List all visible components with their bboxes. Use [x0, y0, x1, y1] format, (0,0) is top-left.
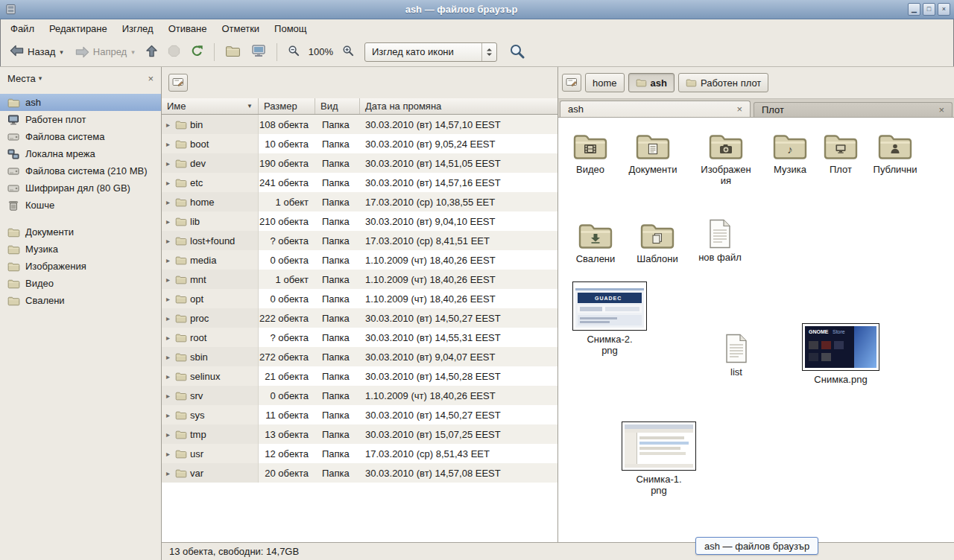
table-row[interactable]: ▸usr12 обектаПапка17.03.2010 (ср) 8,51,4…	[162, 444, 557, 463]
reload-button[interactable]	[186, 41, 208, 63]
table-row[interactable]: ▸boot10 обектаПапка30.03.2010 (вт) 9,05,…	[162, 134, 557, 153]
table-row[interactable]: ▸proc222 обектаПапка30.03.2010 (вт) 14,5…	[162, 308, 557, 328]
table-row[interactable]: ▸etc241 обектаПапка30.03.2010 (вт) 14,57…	[162, 173, 557, 192]
icon-item[interactable]: Документи	[617, 128, 689, 175]
computer-button[interactable]	[247, 40, 271, 63]
path-button[interactable]: ash	[628, 73, 675, 92]
icon-item[interactable]: Снимка-1. png	[623, 421, 695, 496]
zoom-in-button[interactable]	[338, 41, 358, 63]
table-row[interactable]: ▸lib210 обектаПапка30.03.2010 (вт) 9,04,…	[162, 211, 557, 231]
menu-item[interactable]: Изглед	[115, 20, 161, 37]
expander-icon[interactable]: ▸	[164, 450, 172, 458]
table-row[interactable]: ▸bin108 обектаПапка30.03.2010 (вт) 14,57…	[162, 115, 557, 134]
expander-icon[interactable]: ▸	[164, 121, 172, 129]
location-toggle-button[interactable]	[562, 74, 581, 92]
expander-icon[interactable]: ▸	[164, 140, 172, 148]
view-mode-select[interactable]: Изглед като икони	[364, 42, 497, 62]
expander-icon[interactable]: ▸	[164, 372, 172, 381]
expander-icon[interactable]: ▸	[164, 256, 172, 264]
expander-icon[interactable]: ▸	[164, 198, 172, 206]
expander-icon[interactable]: ▸	[164, 469, 172, 477]
sidebar-item[interactable]: Видео	[0, 275, 161, 292]
expander-icon[interactable]: ▸	[164, 334, 172, 342]
back-button[interactable]: Назад ▾	[4, 41, 69, 63]
table-row[interactable]: ▸root? обектаПапка30.03.2010 (вт) 14,55,…	[162, 328, 557, 347]
zoom-out-button[interactable]	[283, 41, 304, 63]
path-button[interactable]: home	[585, 73, 625, 92]
sidebar-close-button[interactable]: ×	[148, 73, 154, 84]
sidebar-item[interactable]: Файлова система (210 MB)	[0, 162, 161, 179]
stop-button[interactable]	[163, 41, 185, 63]
icon-item[interactable]: Публични	[859, 128, 931, 175]
titlebar[interactable]: ash — файлов браузър ▁ □ ×	[0, 0, 954, 19]
icon-item[interactable]: list	[701, 332, 772, 378]
expander-icon[interactable]: ▸	[164, 179, 172, 187]
menu-item[interactable]: Файл	[3, 20, 42, 37]
icon-item[interactable]: Видео	[558, 128, 626, 175]
icon-item[interactable]: Изображен ия	[690, 128, 762, 186]
expander-icon[interactable]: ▸	[164, 159, 172, 168]
menu-item[interactable]: Отиване	[161, 20, 215, 37]
sidebar-item[interactable]: ash	[0, 94, 161, 111]
location-toggle-button[interactable]	[168, 74, 188, 92]
minimize-button[interactable]: ▁	[908, 3, 920, 16]
sidebar-item[interactable]: Шифриран дял (80 GB)	[0, 179, 161, 197]
table-row[interactable]: ▸tmp13 обектаПапка30.03.2010 (вт) 15,07,…	[162, 424, 557, 444]
sidebar-item[interactable]: Музика	[0, 241, 161, 258]
table-row[interactable]: ▸sbin272 обектаПапка30.03.2010 (вт) 9,04…	[162, 347, 557, 366]
icon-item[interactable]: Шаблони	[622, 217, 693, 264]
tab[interactable]: ash×	[560, 101, 751, 117]
table-row[interactable]: ▸media0 обектаПапка1.10.2009 (чт) 18,40,…	[162, 250, 557, 270]
path-button[interactable]: Работен плот	[678, 73, 768, 92]
close-button[interactable]: ×	[938, 3, 950, 16]
up-button[interactable]	[142, 41, 162, 63]
sidebar-item[interactable]: Локална мрежа	[0, 145, 161, 162]
forward-button[interactable]: Напред ▾	[70, 42, 140, 62]
table-row[interactable]: ▸lost+found? обектаПапка17.03.2010 (ср) …	[162, 231, 557, 250]
table-row[interactable]: ▸opt0 обектаПапка1.10.2009 (чт) 18,40,26…	[162, 289, 557, 308]
expander-icon[interactable]: ▸	[164, 314, 172, 322]
tab[interactable]: Плот×	[754, 102, 953, 117]
column-header[interactable]: Име▼	[162, 98, 259, 114]
places-chevron-icon[interactable]: ▾	[39, 74, 42, 82]
search-button[interactable]	[505, 39, 529, 65]
tab-close-icon[interactable]: ×	[730, 104, 742, 115]
expander-icon[interactable]: ▸	[164, 411, 172, 419]
column-header[interactable]: Дата на промяна	[360, 98, 557, 114]
expander-icon[interactable]: ▸	[164, 217, 172, 226]
icon-view[interactable]: ВидеоДокументиИзображен ия♪МузикаПлотПуб…	[558, 118, 954, 542]
expander-icon[interactable]: ▸	[164, 237, 172, 245]
expander-icon[interactable]: ▸	[164, 295, 172, 303]
expander-icon[interactable]: ▸	[164, 353, 172, 361]
menu-item[interactable]: Помощ	[267, 20, 314, 37]
sidebar-item[interactable]: Свалени	[0, 292, 161, 309]
table-row[interactable]: ▸mnt1 обектПапка1.10.2009 (чт) 18,40,26 …	[162, 270, 557, 289]
sidebar-item[interactable]: Кошче	[0, 197, 161, 214]
expander-icon[interactable]: ▸	[164, 276, 172, 284]
icon-item[interactable]: нов файл	[684, 217, 756, 263]
table-row[interactable]: ▸var20 обектаПапка30.03.2010 (вт) 14,57,…	[162, 463, 557, 483]
tab-close-icon[interactable]: ×	[932, 104, 944, 115]
menu-item[interactable]: Отметки	[214, 20, 267, 37]
sidebar-item[interactable]: Изображения	[0, 258, 161, 275]
expander-icon[interactable]: ▸	[164, 430, 172, 439]
home-button[interactable]	[221, 41, 245, 63]
table-row[interactable]: ▸home1 обектПапка17.03.2010 (ср) 10,38,5…	[162, 192, 557, 211]
places-title[interactable]: Места	[7, 73, 36, 84]
table-row[interactable]: ▸sys11 обектаПапка30.03.2010 (вт) 14,50,…	[162, 405, 557, 424]
icon-item[interactable]: GNOME Store Снимка.png	[805, 323, 876, 385]
sidebar-item[interactable]: Документи	[0, 223, 161, 241]
icon-item[interactable]: Свалени	[560, 217, 631, 264]
column-header[interactable]: Размер	[259, 98, 315, 114]
column-header[interactable]: Вид	[315, 98, 360, 114]
icon-item[interactable]: GUADEC Снимка-2. png	[574, 281, 645, 356]
spinner-arrows-icon[interactable]	[482, 48, 496, 57]
maximize-button[interactable]: □	[923, 3, 935, 16]
sidebar-item[interactable]: Файлова система	[0, 128, 161, 145]
expander-icon[interactable]: ▸	[164, 392, 172, 400]
sidebar-item[interactable]: Работен плот	[0, 111, 161, 128]
table-row[interactable]: ▸dev190 обектаПапка30.03.2010 (вт) 14,51…	[162, 153, 557, 173]
table-row[interactable]: ▸srv0 обектаПапка1.10.2009 (чт) 18,40,26…	[162, 386, 557, 405]
back-history-chevron-icon[interactable]: ▾	[60, 48, 63, 56]
table-row[interactable]: ▸selinux21 обектаПапка30.03.2010 (вт) 14…	[162, 366, 557, 386]
